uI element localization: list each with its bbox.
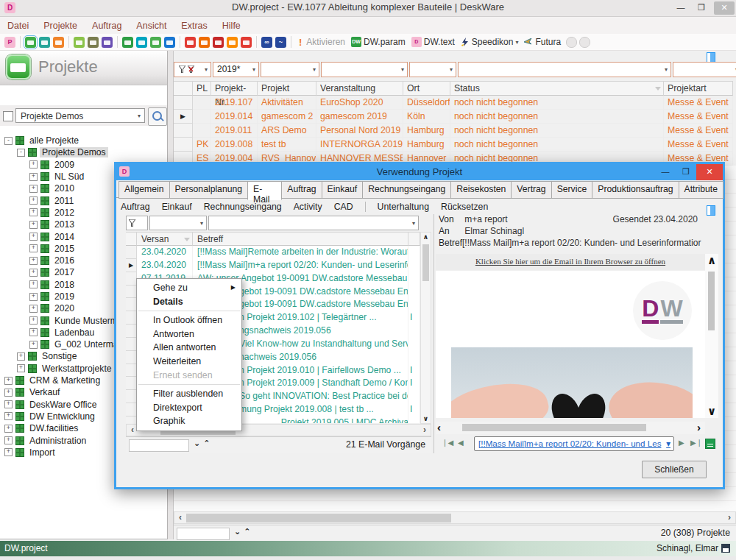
tree-expander-icon[interactable]: + [29, 257, 38, 265]
grid-nav-updown[interactable]: ⌄⌃ [234, 527, 253, 536]
tree-expander-icon[interactable]: + [4, 377, 13, 385]
email-filter-funnels[interactable] [126, 216, 148, 230]
tab-auftrag[interactable]: Auftrag [281, 181, 322, 199]
email-vscrollbar[interactable]: ∧ ∨ [420, 232, 431, 424]
tree-expander-icon[interactable]: + [29, 280, 38, 288]
email-filter-versand[interactable]: ▾ [149, 216, 207, 230]
thumbs-icon[interactable] [74, 37, 85, 48]
tree-item-projekte-demos[interactable]: -Projekte Demos [0, 146, 167, 158]
menu-ansicht[interactable]: Ansicht [129, 18, 174, 33]
tree-expander-icon[interactable]: + [4, 436, 13, 444]
email-nav-input[interactable] [129, 439, 189, 452]
tree-expander-icon[interactable]: + [4, 400, 13, 408]
tab-einkauf[interactable]: Einkauf [322, 181, 364, 199]
email-header-versand[interactable]: Versan [137, 232, 193, 246]
dialog-minimize-button[interactable]: — [655, 164, 676, 180]
tree-expander-icon[interactable]: + [4, 448, 13, 456]
scroll-down-icon[interactable]: ∨ [705, 405, 718, 418]
tree-expander-icon[interactable]: + [4, 389, 13, 397]
menu-extras[interactable]: Extras [174, 18, 214, 33]
nav-next-icon[interactable]: ▶ [679, 439, 684, 447]
wave-icon[interactable]: ~ [275, 37, 286, 48]
subtoolbar-activity[interactable]: Activity [294, 202, 322, 212]
grid-nav-input[interactable] [177, 528, 230, 540]
dw-letter-icon[interactable]: P [4, 37, 15, 48]
scroll-left-icon[interactable]: ‹ [174, 512, 186, 523]
tree-expander-icon[interactable]: + [29, 316, 38, 325]
module-green2-icon[interactable] [150, 37, 161, 48]
menu-item-gehe-zu[interactable]: Gehe zu▶ [137, 281, 241, 295]
open-in-browser-link[interactable]: Klicken Sie hier um die Email in Ihrem B… [475, 257, 665, 266]
tab-allgemein[interactable]: Allgemein [118, 181, 170, 199]
grid-header-pl[interactable]: PL [193, 81, 211, 96]
tab-rechnungseingang[interactable]: Rechnungseingang [362, 181, 451, 199]
tree-expander-icon[interactable]: + [17, 352, 25, 361]
menu-item-in-outlook-öffnen[interactable]: In Outlook öffnen [137, 313, 241, 327]
tab-e-mail[interactable]: E-Mail [247, 181, 282, 200]
maximize-button[interactable]: ❒ [691, 1, 712, 15]
close-button[interactable]: ✕ [714, 1, 735, 15]
pencil-cyan-icon[interactable] [136, 37, 147, 48]
subtoolbar-einkauf[interactable]: Einkauf [162, 202, 192, 212]
grid-header-projekt[interactable]: Projekt [258, 81, 316, 96]
info-blue-icon[interactable] [164, 37, 175, 48]
menu-item-filter-ausblenden[interactable]: Filter ausblenden [137, 387, 241, 401]
search-button[interactable] [148, 107, 167, 126]
folder-teal-icon[interactable] [39, 37, 50, 48]
tree-expander-icon[interactable]: - [17, 149, 25, 157]
email-nav-updown[interactable]: ⌄⌃ [194, 439, 213, 448]
menu-item-weiterleiten[interactable]: Weiterleiten [137, 355, 241, 369]
pencil-orange-icon[interactable] [227, 37, 238, 48]
email-filter-betreff[interactable]: ▾ [208, 216, 419, 230]
grid-header-ort[interactable]: Ort [403, 81, 450, 96]
preview-hscroll-thumb[interactable] [462, 424, 646, 431]
tree-expander-icon[interactable]: + [4, 412, 13, 420]
preview-hscrollbar[interactable]: ‹ › [436, 422, 705, 434]
nav-first-icon[interactable]: ❘◀ [442, 439, 453, 447]
menu-item-graphik[interactable]: Graphik [137, 414, 241, 428]
record-red-icon[interactable] [185, 37, 196, 48]
person-red-icon[interactable] [213, 37, 224, 48]
subtoolbar-unterhaltung[interactable]: Unterhaltung [378, 202, 429, 212]
dwparam-button[interactable]: DW DW.param [351, 37, 406, 47]
grid-header-veranstaltung[interactable]: Veranstaltung [316, 81, 403, 96]
grid-filter-funnels[interactable]: ▾ [174, 62, 211, 77]
module-purple-icon[interactable] [102, 37, 113, 48]
menu-item-direktexport[interactable]: Direktexport [137, 401, 241, 415]
grid-filter-ort[interactable]: ▾ [409, 62, 456, 77]
scroll-down-icon[interactable]: ∨ [421, 415, 431, 422]
dwtext-button[interactable]: D DW.text [411, 37, 455, 47]
menu-item-details[interactable]: Details [137, 295, 241, 309]
project-row[interactable]: 2019.107AktivitätenEuroShop 2020Düsseldo… [174, 96, 733, 110]
tree-expander-icon[interactable]: + [29, 208, 38, 216]
email-vscroll-thumb[interactable] [422, 244, 429, 281]
tab-personalplanung[interactable]: Personalplanung [169, 181, 248, 199]
tree-expander-icon[interactable]: + [29, 160, 38, 169]
grid-filter-projekt[interactable]: ▾ [261, 62, 319, 77]
tab-attribute[interactable]: Attribute [679, 181, 723, 199]
tree-expander-icon[interactable]: + [29, 305, 38, 313]
menu-hilfe[interactable]: Hilfe [215, 18, 248, 33]
menu-auftrag[interactable]: Auftrag [85, 18, 129, 33]
scroll-right-icon[interactable]: › [419, 425, 431, 436]
grid-hscroll-thumb[interactable] [186, 514, 451, 522]
scroll-right-icon[interactable]: › [723, 512, 735, 523]
aktivieren-button[interactable]: Aktivieren [306, 37, 345, 47]
grid-filter-veranstaltung[interactable]: ▾ [321, 62, 408, 77]
search-checkbox[interactable] [3, 111, 13, 121]
project-row[interactable]: ▶2019.014gamescom 2gamescom 2019Kölnnoch… [174, 110, 733, 124]
speedikon-button[interactable]: Speedikon ▾ [461, 37, 519, 47]
grid-header-projekt-nr[interactable]: Projekt-Nr. [211, 81, 258, 96]
schliessen-button[interactable]: Schließen [642, 461, 707, 478]
tree-expander-icon[interactable]: + [29, 196, 38, 205]
subtoolbar-rücksetzen[interactable]: Rücksetzen [441, 202, 488, 212]
preview-vscroll-thumb[interactable] [708, 272, 715, 330]
tab-reisekosten[interactable]: Reisekosten [450, 181, 512, 199]
tree-expander-icon[interactable]: + [29, 185, 38, 193]
dialog-close-button[interactable]: ✕ [696, 164, 723, 180]
menu-item-antworten[interactable]: Antworten [137, 327, 241, 341]
menu-projekte[interactable]: Projekte [36, 18, 85, 33]
minimize-button[interactable]: — [670, 1, 691, 15]
tree-expander-icon[interactable]: + [29, 269, 38, 277]
subtoolbar-rechnungseingang[interactable]: Rechnungseingang [204, 202, 282, 212]
